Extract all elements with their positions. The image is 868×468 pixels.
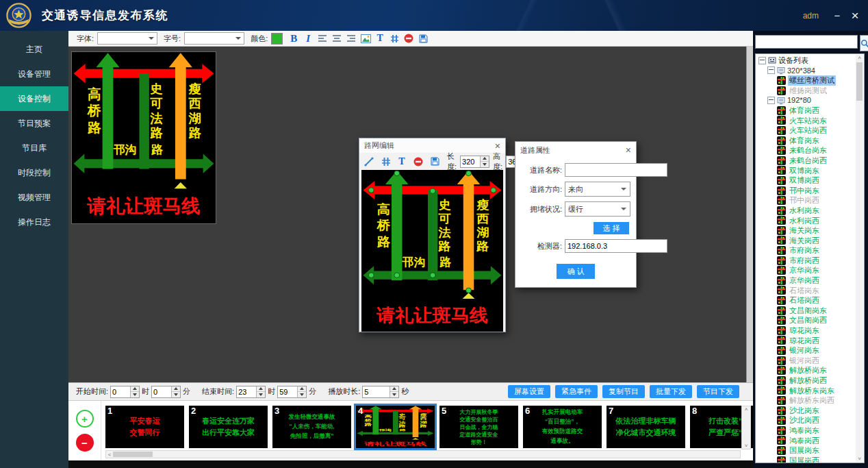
tree-group[interactable]: 320*384: [758, 66, 855, 76]
align-left-icon[interactable]: [316, 32, 329, 45]
device-item[interactable]: 市府岗东: [758, 245, 855, 256]
close-icon[interactable]: ×: [495, 140, 500, 151]
length-input[interactable]: [461, 156, 480, 167]
device-item[interactable]: 解放桥岗西: [758, 375, 855, 386]
sidebar-item[interactable]: 时段控制: [0, 160, 68, 185]
action-button[interactable]: 屏幕设置: [508, 385, 550, 398]
road-icon[interactable]: [379, 156, 392, 168]
device-item[interactable]: 银河岗西: [758, 356, 855, 366]
road-editor-titlebar[interactable]: 路网编辑 ×: [359, 138, 505, 153]
sidebar-item[interactable]: 节目库: [0, 136, 68, 160]
align-center-icon[interactable]: [331, 32, 343, 45]
device-item[interactable]: 螺丝湾桥测试: [758, 75, 855, 86]
program-thumbnail[interactable]: 平安春运交警同行1: [105, 406, 184, 448]
search-button[interactable]: [860, 35, 868, 51]
device-item[interactable]: 解放桥东岗西: [758, 395, 855, 406]
italic-icon[interactable]: I: [302, 32, 314, 45]
road-network-canvas[interactable]: 高桥路 史可法路 瘦西湖路 邗沟 路 请礼让斑马线: [361, 170, 503, 332]
congestion-select[interactable]: 缓行: [565, 201, 630, 217]
device-item[interactable]: 海关岗西: [758, 236, 855, 246]
confirm-button[interactable]: 确 认: [557, 264, 595, 279]
device-item[interactable]: 海关岗东: [758, 225, 855, 236]
device-item[interactable]: 琼花岗西: [758, 336, 855, 346]
close-icon[interactable]: ×: [846, 10, 864, 21]
end-minute-stepper[interactable]: [277, 386, 307, 398]
tree-group[interactable]: 192*80: [758, 95, 855, 106]
layout-icon[interactable]: [388, 32, 400, 45]
action-button[interactable]: 批量下发: [650, 385, 692, 398]
device-item[interactable]: 文昌阁岗东: [758, 306, 855, 316]
device-item[interactable]: 体育岗东: [758, 136, 855, 146]
device-item[interactable]: 邗中岗西: [758, 195, 855, 206]
program-thumbnail[interactable]: 扎实开展电动车“百日整治”，有效预防道路交通事故。6: [523, 406, 602, 448]
add-program-button[interactable]: +: [76, 410, 94, 428]
road-name-field[interactable]: [565, 163, 667, 177]
device-item[interactable]: 国展岗西: [758, 456, 855, 463]
select-detector-button[interactable]: 选 择: [593, 222, 629, 234]
device-item[interactable]: 解放桥岗东: [758, 365, 855, 375]
device-item[interactable]: 水利岗东: [758, 206, 855, 216]
length-stepper[interactable]: [460, 156, 489, 168]
line-icon[interactable]: [363, 156, 375, 168]
sidebar-item[interactable]: 设备管理: [0, 62, 68, 86]
action-button[interactable]: 紧急事件: [555, 385, 598, 398]
device-item[interactable]: 维扬岗测试: [758, 86, 855, 96]
device-item[interactable]: 国展岗东: [758, 445, 855, 456]
align-right-icon[interactable]: [345, 32, 357, 45]
duration-stepper[interactable]: [362, 386, 399, 398]
device-item[interactable]: 京华岗西: [758, 275, 855, 286]
delete-icon[interactable]: [412, 156, 424, 168]
bold-icon[interactable]: B: [288, 32, 300, 45]
device-item[interactable]: 石塔岗东: [758, 286, 855, 296]
start-minute-stepper[interactable]: [151, 386, 181, 398]
program-thumbnail[interactable]: 大力开展秋冬季交通安全整治百日会战，全力稳定道路交通安全形势！5: [439, 406, 518, 448]
tree-root[interactable]: 设备列表: [758, 56, 855, 66]
remove-program-button[interactable]: −: [76, 434, 94, 452]
device-item[interactable]: 邗中岗东: [758, 186, 855, 196]
device-search-input[interactable]: [755, 35, 858, 49]
size-select[interactable]: [184, 32, 244, 45]
end-hour-stepper[interactable]: [236, 386, 266, 398]
horizontal-scrollbar[interactable]: <: [105, 450, 741, 458]
device-item[interactable]: 文昌阁岗西: [758, 315, 855, 325]
collapse-icon[interactable]: [767, 66, 775, 74]
text-icon[interactable]: T: [396, 156, 408, 168]
device-item[interactable]: 双博岗西: [758, 175, 855, 186]
device-item[interactable]: 来鹤台岗西: [758, 156, 855, 166]
detector-field[interactable]: [565, 239, 667, 253]
sidebar-item[interactable]: 节目预案: [0, 111, 68, 136]
road-direction-select[interactable]: 来向: [565, 182, 630, 197]
delete-icon[interactable]: [403, 32, 415, 45]
sidebar-item[interactable]: 设备控制: [0, 86, 68, 111]
save-icon[interactable]: [417, 32, 429, 45]
font-select[interactable]: [97, 32, 157, 45]
device-item[interactable]: 火车站岗东: [758, 116, 855, 126]
device-item[interactable]: 沙北岗西: [758, 415, 855, 426]
collapse-icon[interactable]: [767, 97, 775, 104]
start-hour-stepper[interactable]: [110, 386, 140, 398]
program-thumbnail[interactable]: 高桥路 史可法路 瘦西湖路 邗沟 路 请礼让斑马线 4: [356, 406, 435, 448]
device-item[interactable]: 水利岗西: [758, 216, 855, 226]
minimize-icon[interactable]: −: [828, 10, 846, 21]
program-thumbnail[interactable]: 依法治理非标车辆净化城市交通环境7: [607, 406, 685, 448]
device-item[interactable]: 银河岗东: [758, 345, 855, 356]
device-item[interactable]: 京华岗东: [758, 265, 855, 275]
collapse-icon[interactable]: [758, 57, 766, 64]
text-icon[interactable]: T: [374, 32, 386, 45]
device-item[interactable]: 市府岗西: [758, 256, 855, 266]
device-item[interactable]: 琼花岗东: [758, 325, 855, 336]
sidebar-item[interactable]: 主页: [0, 37, 68, 62]
vertical-scrollbar[interactable]: ˄˅: [741, 406, 751, 449]
sidebar-item[interactable]: 操作日志: [0, 210, 68, 234]
program-thumbnail[interactable]: 春运安全连万家出行平安靠大家2: [189, 406, 268, 448]
device-item[interactable]: 鸿泰岗东: [758, 426, 855, 436]
editor-canvas[interactable]: 高桥路 史可法路 瘦西湖路 邗沟 路 请礼让斑马线 路网编辑 × T 长度:: [68, 47, 753, 382]
tree-scrollbar[interactable]: ˄˅: [856, 55, 863, 462]
save-icon[interactable]: [429, 156, 441, 168]
device-item[interactable]: 火车站岗西: [758, 125, 855, 136]
device-item[interactable]: 来鹤台岗东: [758, 145, 855, 156]
image-icon[interactable]: [359, 32, 372, 45]
action-button[interactable]: 节目下发: [697, 385, 739, 398]
close-icon[interactable]: ×: [626, 145, 631, 156]
road-properties-titlebar[interactable]: 道路属性 ×: [515, 142, 636, 158]
